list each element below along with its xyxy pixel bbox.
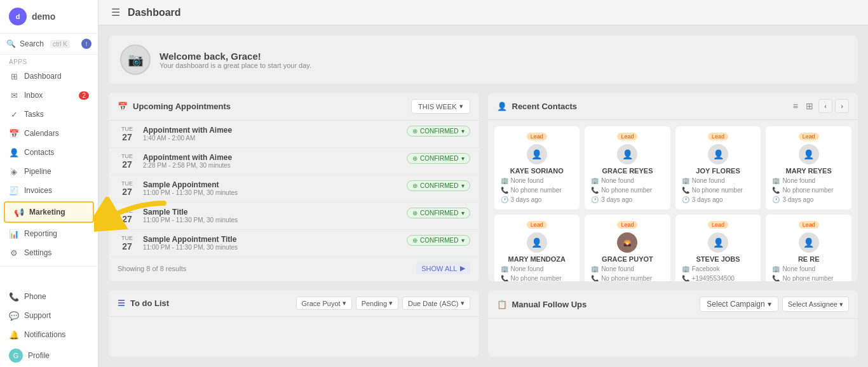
manual-followups-title: 📋 Manual Follow Ups	[497, 300, 587, 309]
contact-phone: +19495534500	[692, 275, 735, 281]
contact-name: KAYE SORIANO	[510, 167, 564, 175]
contact-name: GRACE PUYOT	[602, 255, 653, 263]
contact-phone-row: 📞 No phone number	[682, 187, 755, 194]
appt-status-badge: ⊕ CONFIRMED ▾	[407, 126, 470, 137]
next-contacts-button[interactable]: ›	[835, 99, 849, 113]
reporting-icon: 📊	[9, 229, 19, 239]
contact-avatar: 👤	[799, 144, 819, 164]
sidebar-item-inbox[interactable]: ✉ Inbox 2	[0, 86, 98, 105]
tasks-icon: ✓	[9, 109, 19, 119]
plus-icon: ⊕	[412, 128, 417, 135]
contact-card[interactable]: Lead 👤 JOY FLORES 🏢 None found 📞 No phon…	[675, 126, 761, 210]
welcome-subtitle: Your dashboard is a great place to start…	[159, 62, 311, 69]
status-filter-button[interactable]: Pending ▾	[356, 297, 398, 310]
calendars-icon: 📅	[9, 128, 19, 138]
contact-phone: No phone number	[601, 187, 652, 194]
appointment-item[interactable]: TUE 27 Sample Appointment 11:00 PM - 11:…	[109, 175, 479, 203]
appointment-item[interactable]: TUE 27 Appointment with Aimee 2:28 PM - …	[109, 148, 479, 175]
assignee-filter-button[interactable]: Grace Puyot ▾	[296, 297, 352, 310]
sidebar-item-profile[interactable]: G Profile	[0, 344, 98, 367]
building-icon: 🏢	[591, 177, 599, 184]
contact-card[interactable]: Lead 👤 RE RE 🏢 None found 📞 No phone num…	[766, 215, 851, 281]
sidebar-item-invoices[interactable]: 🧾 Invoices	[0, 181, 98, 200]
lead-badge: Lead	[527, 133, 547, 140]
contact-company: None found	[782, 177, 815, 184]
contact-company-row: 🏢 None found	[501, 177, 574, 184]
todo-panel: ☰ To do List Grace Puyot ▾ Pending ▾ Due…	[109, 290, 479, 357]
list-view-button[interactable]: ≡	[790, 100, 801, 112]
contact-avatar: 👤	[708, 232, 728, 253]
contact-phone: No phone number	[601, 275, 652, 281]
contact-card[interactable]: Lead 👤 KAYE SORIANO 🏢 None found 📞 No ph…	[494, 126, 580, 210]
sidebar-item-contacts[interactable]: 👤 Contacts	[0, 143, 98, 162]
contact-phone: No phone number	[511, 275, 562, 281]
sidebar-item-label: Calendars	[24, 129, 59, 138]
appt-info: Sample Appointment 11:00 PM - 11:30 PM, …	[143, 180, 400, 196]
lead-badge: Lead	[708, 221, 728, 229]
contact-time: 3 days ago	[692, 196, 723, 203]
sidebar-item-phone[interactable]: 📞 Phone	[0, 287, 98, 306]
appointment-item[interactable]: TUE 27 Appointment with Aimee 1:40 AM - …	[109, 121, 479, 148]
page-title: Dashboard	[128, 7, 181, 18]
select-assignee-button[interactable]: Select Assignee ▾	[782, 297, 849, 312]
contact-avatar: 👤	[617, 144, 637, 164]
search-bar[interactable]: 🔍 Search ctrl K !	[0, 34, 98, 55]
sidebar-item-reporting[interactable]: 📊 Reporting	[0, 224, 98, 243]
appointment-item[interactable]: TUE 27 Sample Title 11:00 PM - 11:30 PM,…	[109, 203, 479, 230]
dashboard-icon: ⊞	[9, 71, 19, 81]
menu-toggle-icon[interactable]: ☰	[111, 6, 120, 18]
chevron-down-icon: ▾	[461, 182, 465, 189]
contact-phone-row: 📞 No phone number	[591, 187, 664, 194]
followups-filters: Select Campaign ▾ Select Assignee ▾	[700, 297, 849, 312]
appt-num: 27	[118, 241, 137, 251]
welcome-card: 📷 Welcome back, Grace! Your dashboard is…	[109, 36, 858, 84]
lead-badge: Lead	[799, 221, 819, 229]
sidebar-item-label: Reporting	[24, 229, 57, 238]
sort-filter-button[interactable]: Due Date (ASC) ▾	[402, 297, 470, 310]
select-campaign-button[interactable]: Select Campaign ▾	[700, 297, 778, 312]
contact-time: 3 days ago	[601, 196, 632, 203]
phone-icon: 📞	[501, 187, 508, 194]
inbox-icon: ✉	[9, 90, 19, 100]
contact-card[interactable]: Lead 👤 MARY REYES 🏢 None found 📞 No phon…	[766, 126, 851, 210]
sidebar-item-dashboard[interactable]: ⊞ Dashboard	[0, 67, 98, 86]
contact-card[interactable]: Lead 🌄 GRACE PUYOT 🏢 None found 📞 No pho…	[585, 215, 670, 281]
contact-card[interactable]: Lead 👤 STEVE JOBS 🏢 Facebook 📞 +19495534…	[675, 215, 761, 281]
contact-time-row: 🕐 3 days ago	[501, 196, 574, 203]
invoices-icon: 🧾	[9, 185, 19, 196]
sidebar-item-pipeline[interactable]: ◈ Pipeline	[0, 162, 98, 181]
welcome-text: Welcome back, Grace! Your dashboard is a…	[159, 51, 311, 69]
contact-card[interactable]: Lead 👤 GRACE REYES 🏢 None found 📞 No pho…	[585, 126, 670, 210]
lead-badge: Lead	[617, 221, 637, 229]
view-toggle: ≡ ⊞	[790, 100, 816, 112]
sidebar-item-settings[interactable]: ⚙ Settings	[0, 243, 98, 262]
followups-icon: 📋	[497, 300, 507, 309]
contact-name: MARY MENDOZA	[508, 255, 566, 263]
sidebar-item-support[interactable]: 💬 Support	[0, 306, 98, 325]
sidebar-item-tasks[interactable]: ✓ Tasks	[0, 105, 98, 124]
contact-name: GRACE REYES	[602, 167, 653, 175]
chevron-down-icon: ▾	[461, 155, 465, 162]
appointments-footer: Showing 8 of 8 results SHOW ALL ▶	[109, 257, 479, 279]
sidebar-item-marketing[interactable]: 📢 Marketing	[4, 201, 94, 223]
appt-num: 27	[118, 159, 137, 170]
week-label: THIS WEEK	[418, 103, 457, 110]
phone-icon: 📞	[591, 187, 599, 194]
appt-num: 27	[118, 214, 137, 224]
grid-view-button[interactable]: ⊞	[803, 100, 816, 112]
show-all-button[interactable]: SHOW ALL ▶	[416, 262, 470, 274]
plus-icon: ⊕	[412, 237, 417, 244]
prev-contacts-button[interactable]: ‹	[818, 99, 832, 113]
week-filter-button[interactable]: THIS WEEK ▾	[411, 99, 470, 114]
appt-title: Appointment with Aimee	[143, 153, 400, 162]
contacts-title: 👤 Recent Contacts	[497, 102, 578, 111]
appt-day: TUE	[118, 208, 137, 214]
sidebar-item-label: Support	[24, 311, 51, 320]
sidebar-item-calendars[interactable]: 📅 Calendars	[0, 124, 98, 143]
appt-time: 11:00 PM - 11:30 PM, 30 minutes	[143, 244, 400, 251]
chevron-down-icon: ▾	[461, 128, 465, 135]
contact-card[interactable]: Lead 👤 MARY MENDOZA 🏢 None found 📞 No ph…	[494, 215, 580, 281]
sidebar-item-notifications[interactable]: 🔔 Notifications	[0, 325, 98, 344]
appointment-item[interactable]: TUE 27 Sample Appointment Title 11:00 PM…	[109, 230, 479, 257]
appt-day: TUE	[118, 153, 137, 159]
